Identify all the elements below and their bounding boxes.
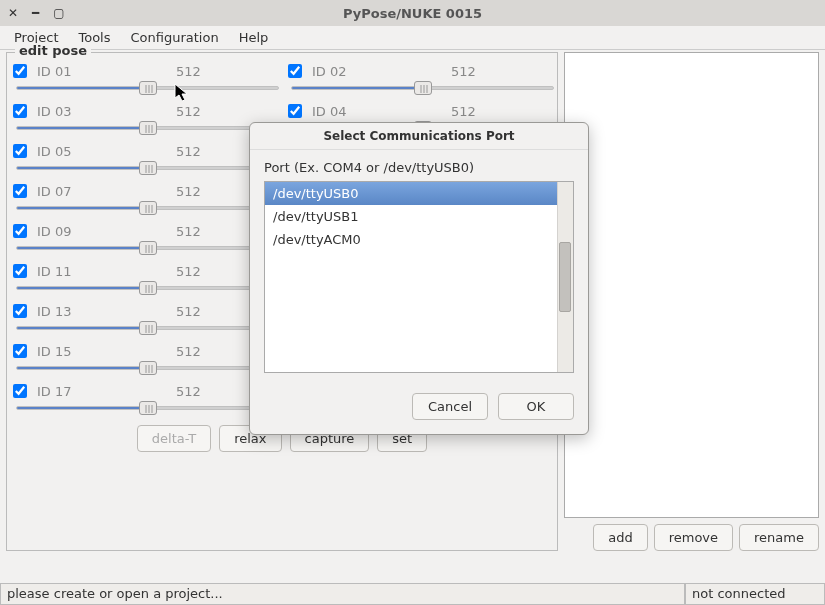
cancel-button[interactable]: Cancel [412,393,488,420]
port-listbox[interactable]: /dev/ttyUSB0/dev/ttyUSB1/dev/ttyACM0 [264,181,574,373]
scrollbar-thumb[interactable] [559,242,571,312]
port-option[interactable]: /dev/ttyUSB0 [265,182,557,205]
dialog-label: Port (Ex. COM4 or /dev/ttyUSB0) [264,160,574,175]
port-option[interactable]: /dev/ttyUSB1 [265,205,557,228]
ok-button[interactable]: OK [498,393,574,420]
port-dialog: Select Communications Port Port (Ex. COM… [249,122,589,435]
dialog-title: Select Communications Port [250,123,588,150]
port-option[interactable]: /dev/ttyACM0 [265,228,557,251]
scrollbar-track[interactable] [557,182,573,372]
